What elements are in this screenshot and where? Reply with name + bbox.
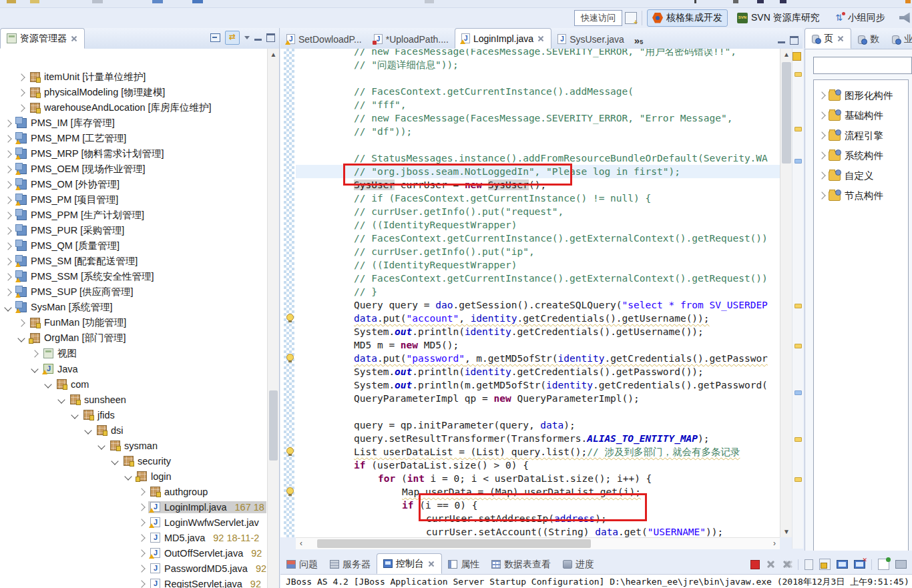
code-line[interactable]: query.setResultTransformer(Transformers.… xyxy=(296,432,780,445)
console-tab-进度[interactable]: 进度 xyxy=(557,555,600,574)
tree-scrollbar-thumb[interactable] xyxy=(269,390,278,461)
chevron-right-icon[interactable] xyxy=(138,549,145,557)
palette-search-input[interactable] xyxy=(813,57,912,74)
chevron-right-icon[interactable] xyxy=(138,565,145,572)
quick-access-box[interactable]: 快速访问 xyxy=(574,10,622,26)
code-line[interactable]: // currUser.getInfo().put("ip", xyxy=(296,245,780,258)
code-line[interactable]: // "fff", xyxy=(296,98,780,111)
chevron-right-icon[interactable] xyxy=(4,196,11,204)
palette-group[interactable]: 流程引擎 xyxy=(814,125,908,145)
chevron-right-icon[interactable] xyxy=(4,119,11,127)
code-line[interactable]: Query query = dao.getSession().createSQL… xyxy=(296,298,780,312)
chevron-right-icon[interactable] xyxy=(4,166,11,173)
code-line[interactable]: // ((IdentityRequestWrapper) xyxy=(296,218,780,232)
chevron-right-icon[interactable] xyxy=(138,519,145,526)
code-line[interactable]: QueryParameterImpl qp = new QueryParamet… xyxy=(296,392,780,405)
editor-hscrollbar[interactable]: ‹ › xyxy=(296,537,780,549)
palette-group[interactable]: 基础构件 xyxy=(814,105,908,125)
maximize-icon[interactable] xyxy=(266,33,275,42)
chevron-right-icon[interactable] xyxy=(818,111,825,119)
scroll-lock-icon[interactable] xyxy=(819,559,831,570)
warning-marker[interactable] xyxy=(794,72,802,77)
warning-marker[interactable] xyxy=(794,304,802,308)
tree-item[interactable]: PMS_OM [外协管理] xyxy=(0,177,267,192)
editor-scrollbar-thumb[interactable] xyxy=(782,62,791,164)
chevron-down-icon[interactable] xyxy=(71,411,78,418)
pin-console-icon[interactable] xyxy=(878,559,889,570)
tree-item[interactable]: LoginWwfwServlet.jav xyxy=(0,515,267,530)
perspective-button[interactable]: 插件 xyxy=(895,10,912,26)
editor-tab--uploadpath-[interactable]: *UploadPath.... xyxy=(368,29,455,49)
editor-tab-sysuser-java[interactable]: SysUser.java xyxy=(551,29,630,49)
chevron-down-icon[interactable] xyxy=(17,334,25,342)
code-line[interactable]: // ((IdentityRequestWrapper) xyxy=(296,258,780,272)
tree-item[interactable]: PMS_MPM [工艺管理] xyxy=(0,131,267,146)
code-line[interactable]: // new FacesMessage(FacesMessage.SEVERIT… xyxy=(296,111,780,125)
code-line[interactable] xyxy=(296,71,780,85)
occurrence-marker[interactable] xyxy=(794,390,802,395)
occurrence-marker[interactable] xyxy=(794,159,802,164)
remove-launch-icon[interactable] xyxy=(766,559,776,569)
close-icon[interactable] xyxy=(427,560,435,568)
palette-group[interactable]: 自定义 xyxy=(814,166,908,186)
tree-item[interactable]: RegistServlet.java92 xyxy=(0,576,267,588)
warning-marker[interactable] xyxy=(794,437,802,442)
tree-item[interactable]: authgroup xyxy=(0,484,267,499)
tree-item[interactable]: PMS_SM [配套配送管理] xyxy=(0,254,267,269)
chevron-right-icon[interactable] xyxy=(4,242,11,250)
tree-item[interactable]: PMS_MRP [物料需求计划管理] xyxy=(0,146,267,162)
show-stdout-icon[interactable] xyxy=(837,560,848,569)
chevron-right-icon[interactable] xyxy=(818,152,825,159)
tree-item[interactable]: dsi xyxy=(0,422,267,438)
code-line[interactable]: MD5 m = new MD5(); xyxy=(296,338,780,352)
code-line[interactable]: // FacesContext.getCurrentInstance().add… xyxy=(296,85,780,98)
chevron-right-icon[interactable] xyxy=(17,319,25,326)
code-line[interactable]: System.out.println(identity.getCredentia… xyxy=(296,365,780,378)
chevron-down-icon[interactable] xyxy=(4,304,11,311)
console-tab-控制台[interactable]: 控制台 xyxy=(377,553,442,574)
terminate-icon[interactable] xyxy=(750,560,760,569)
chevron-down-icon[interactable] xyxy=(57,396,65,403)
console-tab-数据表查看[interactable]: 数据表查看 xyxy=(485,555,557,574)
code-line[interactable]: System.out.println(m.getMD5ofStr(identit… xyxy=(296,378,780,392)
tree-item[interactable]: PMS_PM [项目管理] xyxy=(0,192,267,208)
palette-group[interactable]: 节点构件 xyxy=(814,186,908,206)
tree-item[interactable]: PMS_PPM [生产计划管理] xyxy=(0,208,267,223)
tree-item[interactable]: sysman xyxy=(0,438,267,453)
code-line[interactable] xyxy=(296,405,780,418)
chevron-right-icon[interactable] xyxy=(17,73,25,81)
chevron-down-icon[interactable] xyxy=(97,442,105,449)
open-perspective-icon[interactable] xyxy=(625,12,637,24)
chevron-right-icon[interactable] xyxy=(818,91,825,99)
warning-bulb-icon[interactable] xyxy=(286,353,294,362)
tree-item[interactable]: login xyxy=(0,469,267,484)
tree-item[interactable]: itemUnit [计量单位维护] xyxy=(0,69,267,85)
code-line[interactable]: // new FacesMessage(FacesMessage.SEVERIT… xyxy=(296,49,780,58)
tree-item[interactable]: SysMan [系统管理] xyxy=(0,300,267,315)
code-line[interactable]: data.put("password", m.getMD5ofStr(ident… xyxy=(296,352,780,365)
tree-item[interactable]: PasswordMD5.java92 xyxy=(0,561,267,576)
chevron-right-icon[interactable] xyxy=(4,150,11,158)
code-line[interactable]: System.out.println(identity.getCredentia… xyxy=(296,325,780,338)
chevron-right-icon[interactable] xyxy=(138,488,145,495)
tree-item[interactable]: MD5.java92 18-11-2 xyxy=(0,530,267,545)
chevron-right-icon[interactable] xyxy=(4,273,11,280)
overview-ruler[interactable] xyxy=(792,49,803,549)
remove-all-terminated-icon[interactable] xyxy=(782,559,792,569)
chevron-right-icon[interactable] xyxy=(4,135,11,142)
editor-vscrollbar[interactable]: ▲ ▼ xyxy=(780,49,792,537)
tree-item[interactable]: com xyxy=(0,376,267,392)
chevron-right-icon[interactable] xyxy=(31,350,38,357)
scroll-up-icon[interactable]: ▲ xyxy=(268,51,279,58)
close-icon[interactable] xyxy=(70,35,78,43)
tree-item[interactable]: jfids xyxy=(0,407,267,422)
tree-item[interactable]: sunsheen xyxy=(0,392,267,407)
scroll-up-icon[interactable]: ▲ xyxy=(780,51,792,58)
chevron-down-icon[interactable] xyxy=(111,457,118,465)
chevron-right-icon[interactable] xyxy=(17,89,25,96)
console-tab-问题[interactable]: 问题 xyxy=(280,555,324,574)
console-output[interactable]: JBoss AS 4.2 [JBoss Application Server S… xyxy=(280,574,912,588)
warning-marker[interactable] xyxy=(794,477,802,482)
tree-scrollbar[interactable]: ▲ xyxy=(267,49,279,588)
tree-item[interactable]: OutOffServlet.java92 xyxy=(0,545,267,561)
